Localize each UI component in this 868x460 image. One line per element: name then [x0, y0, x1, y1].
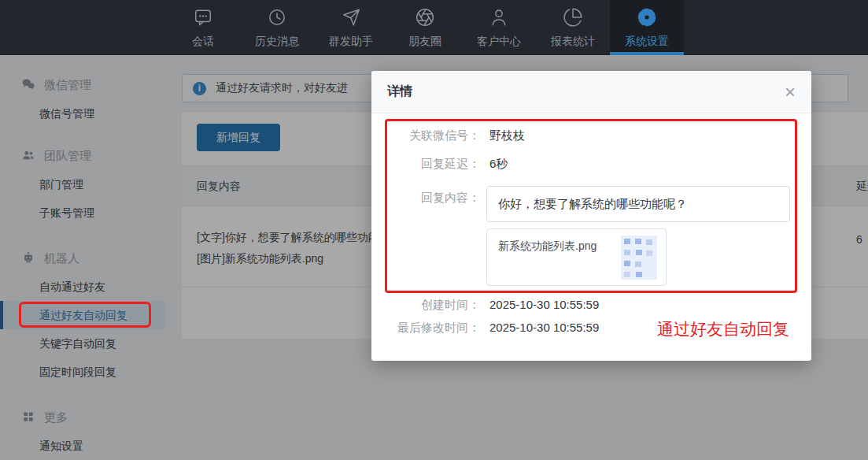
annotation-rect-sidebar	[19, 302, 151, 328]
paper-plane-icon	[341, 7, 361, 30]
nav-item-customer-center[interactable]: 客户中心	[462, 0, 536, 55]
annotation-rect-modal	[385, 119, 797, 293]
modal-header: 详情 ×	[371, 71, 811, 113]
top-navbar: 会话 历史消息 群发助手 朋友圈 客户中心 报表统计 系统设置	[0, 0, 868, 55]
nav-item-label: 会话	[192, 35, 214, 49]
gear-icon	[637, 7, 657, 30]
annotation-text: 通过好友自动回复	[657, 318, 789, 340]
field-label-modified: 最后修改时间：	[371, 321, 480, 336]
nav-item-label: 报表统计	[551, 35, 595, 49]
person-icon	[489, 7, 509, 30]
nav-item-history[interactable]: 历史消息	[240, 0, 314, 55]
nav-item-system-settings[interactable]: 系统设置	[610, 0, 684, 55]
nav-item-label: 历史消息	[255, 35, 299, 49]
nav-item-label: 群发助手	[329, 35, 373, 49]
nav-item-reports[interactable]: 报表统计	[536, 0, 610, 55]
nav-item-label: 朋友圈	[408, 35, 441, 49]
modal-title: 详情	[387, 83, 412, 100]
aperture-icon	[415, 7, 435, 30]
nav-item-conversation[interactable]: 会话	[166, 0, 240, 55]
nav-item-label: 系统设置	[625, 35, 669, 49]
nav-item-moments[interactable]: 朋友圈	[388, 0, 462, 55]
close-icon[interactable]: ×	[785, 83, 796, 102]
pie-chart-icon	[563, 7, 583, 30]
chat-bubble-icon	[193, 7, 213, 30]
field-value-created: 2025-10-30 10:55:59	[489, 298, 599, 311]
field-value-modified: 2025-10-30 10:55:59	[489, 321, 599, 334]
clock-icon	[267, 7, 287, 30]
nav-item-mass-send[interactable]: 群发助手	[314, 0, 388, 55]
nav-item-label: 客户中心	[477, 35, 521, 49]
field-label-created: 创建时间：	[371, 298, 480, 313]
